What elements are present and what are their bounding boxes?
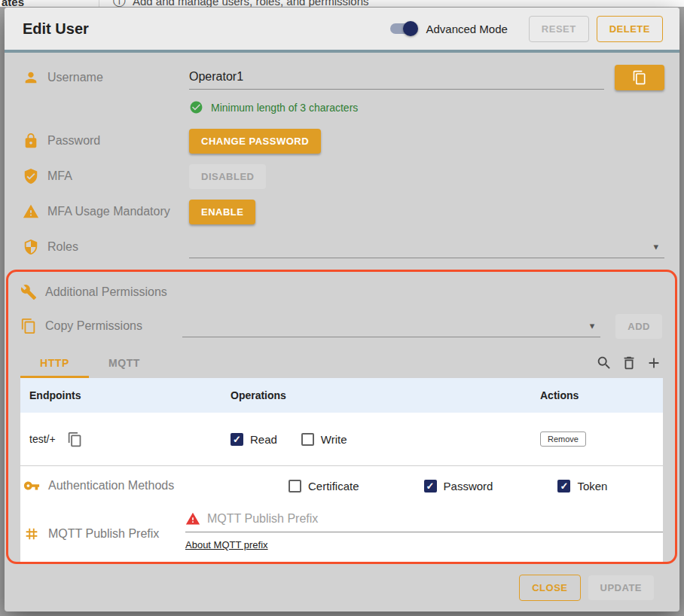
roles-label: Roles <box>47 240 78 254</box>
check-circle-icon <box>189 100 203 114</box>
mqtt-prefix-input[interactable] <box>207 512 663 526</box>
dialog-header: Edit User Advanced Mode RESET DELETE <box>5 8 679 50</box>
sidebar-divider <box>99 0 99 7</box>
wrench-icon <box>20 284 37 300</box>
screen: ates ⓘ Add and manage users, roles, and … <box>0 0 684 616</box>
write-checkbox[interactable] <box>301 433 314 446</box>
permissions-tabs: HTTP MQTT <box>20 347 662 378</box>
password-row: Password CHANGE PASSWORD <box>23 128 664 154</box>
auth-methods-row: Authentication Methods Certificate Passw… <box>20 465 663 505</box>
hash-icon <box>23 526 40 542</box>
mfa-enable-button[interactable]: ENABLE <box>189 200 255 224</box>
permissions-title-row: Additional Permissions <box>20 279 662 305</box>
copy-permissions-row: Copy Permissions ▾ ADD <box>20 313 662 339</box>
key-icon <box>23 477 40 494</box>
shield-icon <box>23 239 39 255</box>
username-input[interactable] <box>189 66 604 90</box>
permissions-card: Endpoints Operations Actions test/+ <box>20 378 663 562</box>
copy-permissions-select[interactable]: ▾ <box>182 315 600 337</box>
mqtt-prefix-label: MQTT Publish Prefix <box>48 527 159 541</box>
copy-permissions-label: Copy Permissions <box>45 319 142 333</box>
advanced-mode-label: Advanced Mode <box>426 23 507 35</box>
sidebar-partial-text: ates <box>2 0 24 7</box>
dialog-title: Edit User <box>23 20 390 38</box>
page-hint: ⓘ Add and manage users, roles, and permi… <box>113 0 369 7</box>
token-label: Token <box>577 480 607 492</box>
username-label: Username <box>47 71 103 84</box>
mfa-mandatory-label: MFA Usage Mandatory <box>47 205 170 218</box>
copy-icon[interactable] <box>67 432 83 447</box>
certificate-label: Certificate <box>308 480 359 492</box>
username-row: Username <box>23 65 664 90</box>
info-icon: ⓘ <box>113 0 126 7</box>
close-button[interactable]: CLOSE <box>519 575 580 601</box>
reset-button[interactable]: RESET <box>529 16 589 42</box>
lock-icon <box>23 133 39 149</box>
about-mqtt-prefix-link[interactable]: About MQTT prefix <box>185 539 268 550</box>
advanced-mode-toggle[interactable] <box>390 23 416 34</box>
roles-select[interactable]: ▾ <box>189 236 664 258</box>
roles-row: Roles ▾ <box>23 234 664 260</box>
background-page: ates ⓘ Add and manage users, roles, and … <box>0 0 684 7</box>
mfa-disabled-button: DISABLED <box>189 164 266 189</box>
trash-icon[interactable] <box>621 355 637 371</box>
warning-icon <box>23 203 39 220</box>
token-checkbox[interactable] <box>557 480 570 492</box>
page-hint-text: Add and manage users, roles, and permiss… <box>133 0 369 7</box>
col-endpoints: Endpoints <box>29 389 231 401</box>
read-checkbox[interactable] <box>231 433 243 446</box>
shield-check-icon <box>23 168 39 184</box>
col-operations: Operations <box>231 389 540 401</box>
mfa-mandatory-row: MFA Usage Mandatory ENABLE <box>23 199 664 224</box>
tab-http[interactable]: HTTP <box>20 347 89 378</box>
search-icon[interactable] <box>596 355 612 371</box>
chevron-down-icon: ▾ <box>653 241 658 252</box>
endpoint-value: test/+ <box>29 433 56 445</box>
delete-button[interactable]: DELETE <box>597 16 663 42</box>
copy-username-button[interactable] <box>615 65 664 90</box>
password-label: Password <box>47 134 100 148</box>
plus-icon[interactable] <box>646 355 662 371</box>
tab-mqtt[interactable]: MQTT <box>89 347 160 378</box>
table-row: test/+ Read Writ <box>20 413 663 465</box>
update-button: UPDATE <box>588 575 654 600</box>
col-actions: Actions <box>540 389 663 401</box>
auth-methods-label: Authentication Methods <box>48 479 174 492</box>
permissions-title: Additional Permissions <box>45 285 167 299</box>
permissions-highlight-box: Additional Permissions Copy Permissions … <box>6 270 677 564</box>
advanced-mode-control: Advanced Mode <box>390 23 507 35</box>
write-label: Write <box>321 433 347 446</box>
edit-user-dialog: Edit User Advanced Mode RESET DELETE Use… <box>5 8 679 611</box>
copy-icon <box>20 318 37 334</box>
permissions-table-header: Endpoints Operations Actions <box>20 378 663 413</box>
dialog-body: Username Minimum length of 3 characters <box>5 53 679 611</box>
certificate-checkbox[interactable] <box>289 480 301 492</box>
copy-icon <box>632 70 647 85</box>
dialog-footer: CLOSE UPDATE <box>23 564 664 601</box>
mfa-label: MFA <box>47 169 72 183</box>
password-checkbox[interactable] <box>424 480 437 492</box>
read-label: Read <box>250 433 277 446</box>
username-validation: Minimum length of 3 characters <box>189 100 664 114</box>
remove-button[interactable]: Remove <box>540 432 586 447</box>
mfa-row: MFA DISABLED <box>23 163 664 189</box>
add-permission-button: ADD <box>615 314 662 339</box>
password-option-label: Password <box>444 480 493 492</box>
toggle-thumb <box>403 21 418 36</box>
chevron-down-icon: ▾ <box>590 320 595 331</box>
change-password-button[interactable]: CHANGE PASSWORD <box>189 129 321 154</box>
person-icon <box>23 69 39 86</box>
mqtt-prefix-row: MQTT Publish Prefix About MQTT prefix <box>20 505 663 562</box>
error-icon <box>185 511 200 526</box>
validation-message: Minimum length of 3 characters <box>211 102 358 114</box>
